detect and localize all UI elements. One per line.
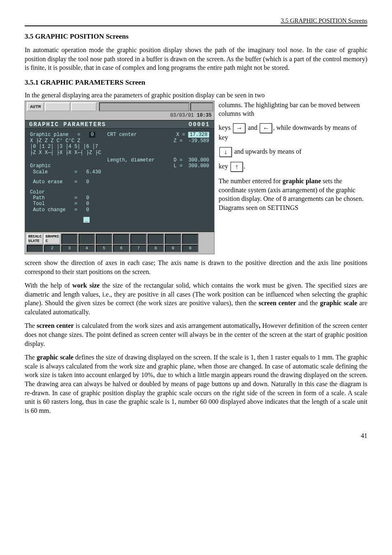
arrow-up-icon: ↑ bbox=[231, 162, 243, 172]
after-p1: screen show the direction of axes in eac… bbox=[25, 258, 367, 276]
softkey-9[interactable]: 9 bbox=[165, 234, 181, 252]
empty-tab bbox=[99, 102, 189, 112]
side-p1: columns. The highlighting bar can be mov… bbox=[219, 101, 367, 118]
side-p4: key ↑. bbox=[219, 162, 367, 172]
softkey-recalculate[interactable]: RECALCULATE bbox=[27, 234, 43, 252]
screen-body: Graphic plane = 0 CRT center X = 17.328 … bbox=[25, 129, 214, 231]
crt-x[interactable]: 17.328 bbox=[188, 132, 209, 138]
side-p3: ↓ and upwards by means of bbox=[219, 147, 367, 157]
after-p4: The graphic scale defines the size of dr… bbox=[25, 353, 367, 415]
softkey-bar: RECALCULATE GRAPHIC2 3 4 5 6 7 8 9 0 bbox=[25, 231, 214, 254]
arrow-down-icon: ↓ bbox=[219, 147, 232, 157]
page-number: 41 bbox=[25, 431, 367, 440]
screen-title-bar: GRAPHIC PARAMETERS O0001 bbox=[25, 120, 214, 129]
intro-paragraph: In automatic operation mode the graphic … bbox=[25, 46, 367, 72]
cnc-screenshot: AUTM 03/03/01 10:35 GRAPHIC PARAMETERS O… bbox=[25, 101, 214, 254]
blank-tab[interactable] bbox=[71, 102, 97, 112]
softkey-6[interactable]: 6 bbox=[113, 234, 129, 252]
softkey-7[interactable]: 7 bbox=[130, 234, 147, 252]
page-header: 3.5 GRAPHIC POSITION Screens bbox=[25, 16, 367, 26]
side-p5: The number entered for graphic plane set… bbox=[219, 177, 367, 212]
lead-line: In the general displaying area the param… bbox=[25, 91, 367, 100]
section-title: 3.5 GRAPHIC POSITION Screens bbox=[25, 32, 367, 41]
arrow-left-icon: ← bbox=[260, 123, 272, 133]
blank-tab[interactable] bbox=[45, 102, 70, 112]
clock: 03/03/01 10:35 bbox=[25, 111, 214, 120]
softkey-5[interactable]: 5 bbox=[96, 234, 112, 252]
softkey-0[interactable]: 0 bbox=[182, 234, 198, 252]
softkey-3[interactable]: 3 bbox=[61, 234, 78, 252]
mode-tab[interactable]: AUTM bbox=[27, 102, 44, 112]
cursor: _ bbox=[83, 217, 90, 223]
softkey-8[interactable]: 8 bbox=[148, 234, 164, 252]
graphic-plane-value[interactable]: 0 bbox=[89, 132, 95, 138]
side-column: columns. The highlighting bar can be mov… bbox=[219, 101, 367, 217]
after-p3: The screen center is calculated from the… bbox=[25, 321, 367, 348]
subsection-title: 3.5.1 GRAPHIC PARAMETERS Screen bbox=[25, 78, 367, 88]
empty-tab bbox=[190, 102, 213, 112]
softkey-4[interactable]: 4 bbox=[78, 234, 95, 252]
softkey-graphic[interactable]: GRAPHIC2 bbox=[44, 234, 60, 252]
after-p2: With the help of work size the size of t… bbox=[25, 281, 367, 316]
arrow-right-icon: → bbox=[233, 123, 245, 133]
side-p2: keys → and ←, while downwards by means o… bbox=[219, 123, 367, 142]
